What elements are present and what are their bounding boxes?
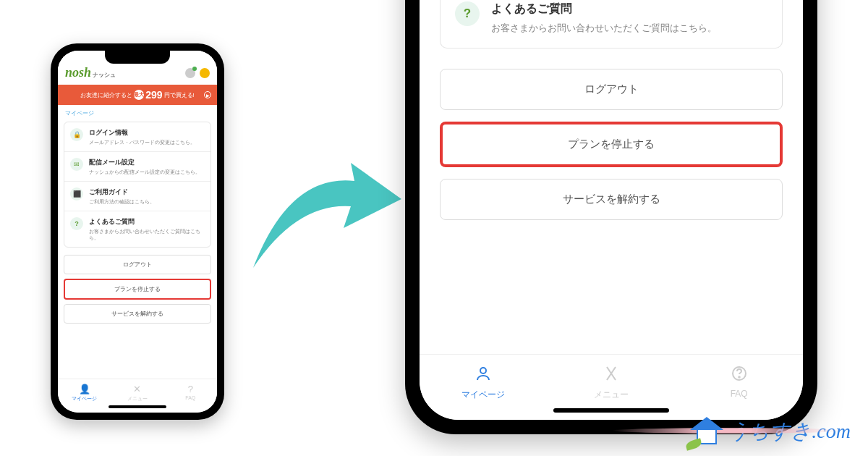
row-user-guide[interactable]: ⬛ ご利用ガイド ご利用方法の確認はこちら。 xyxy=(64,182,210,211)
brand-logo-text: nosh xyxy=(65,65,91,80)
tab-label: マイページ xyxy=(461,389,505,400)
action-buttons: ログアウト プランを停止する サービスを解約する xyxy=(58,255,217,328)
scroll-area: ご利用ガイド ご利用方法の確認はこちら。 ? よくあるご質問 お客さまからお問い… xyxy=(420,0,803,354)
tab-label: メニュー xyxy=(127,396,148,401)
house-icon xyxy=(690,417,723,446)
promo-banner[interactable]: お友達に紹介すると 最大 299 円で買える! ▶ xyxy=(58,85,217,105)
stop-plan-button[interactable]: プランを停止する xyxy=(440,122,783,167)
play-icon: ▶ xyxy=(204,91,211,98)
phone-mock-large: ご利用ガイド ご利用方法の確認はこちら。 ? よくあるご質問 お客さまからお問い… xyxy=(405,0,817,434)
stop-plan-button[interactable]: プランを停止する xyxy=(64,279,211,300)
tab-faq[interactable]: FAQ xyxy=(675,365,803,401)
row-desc: メールアドレス・パスワードの変更はこちら。 xyxy=(89,139,195,145)
promo-prefix: お友達に紹介すると xyxy=(80,91,132,99)
help-icon: ? xyxy=(164,384,217,394)
tab-label: FAQ xyxy=(185,395,195,400)
home-indicator xyxy=(109,405,166,408)
home-indicator xyxy=(553,408,669,413)
tab-faq[interactable]: ? FAQ xyxy=(164,384,217,402)
question-icon: ? xyxy=(70,217,83,230)
person-icon: 👤 xyxy=(58,384,111,394)
svg-point-2 xyxy=(739,376,740,378)
row-desc: お客さまからお問い合わせいただくご質問はこちら。 xyxy=(89,228,205,241)
row-title: ログイン情報 xyxy=(89,128,195,138)
promo-disc-badge: 最大 xyxy=(134,90,144,100)
row-desc: ナッシュからの配信メール設定の変更はこちら。 xyxy=(89,169,200,175)
help-icon xyxy=(675,365,803,387)
tab-menu[interactable]: ✕ メニュー xyxy=(111,384,163,402)
row-title: よくあるご質問 xyxy=(491,1,717,17)
svg-point-0 xyxy=(480,368,486,373)
watermark-logo: うちすき.com xyxy=(690,417,851,446)
row-faq[interactable]: ? よくあるご質問 お客さまからお問い合わせいただくご質問はこちら。 xyxy=(64,211,210,247)
row-mail-settings[interactable]: ✉ 配信メール設定 ナッシュからの配信メール設定の変更はこちら。 xyxy=(64,152,210,182)
row-title: よくあるご質問 xyxy=(89,217,205,227)
lock-icon: 🔒 xyxy=(70,128,83,141)
settings-card: 🔒 ログイン情報 メールアドレス・パスワードの変更はこちら。 ✉ 配信メール設定… xyxy=(64,122,211,248)
row-faq[interactable]: ? よくあるご質問 お客さまからお問い合わせいただくご質問はこちら。 xyxy=(441,0,782,48)
tab-mypage[interactable]: 👤 マイページ xyxy=(58,384,111,402)
promo-price: 299 xyxy=(145,89,162,101)
row-title: ご利用ガイド xyxy=(89,187,155,197)
brand-logo-jp: ナッシュ xyxy=(93,72,116,78)
question-icon: ? xyxy=(455,1,480,26)
notification-icon[interactable] xyxy=(185,68,195,78)
cancel-service-button[interactable]: サービスを解約する xyxy=(440,179,783,220)
logout-button[interactable]: ログアウト xyxy=(64,255,211,274)
brand-logo: noshナッシュ xyxy=(65,65,116,80)
row-desc: ご利用方法の確認はこちら。 xyxy=(89,198,155,205)
person-icon xyxy=(420,365,548,387)
utensils-icon xyxy=(548,365,676,387)
swoosh-decoration xyxy=(612,420,843,442)
row-desc: お客さまからお問い合わせいただくご質問はこちら。 xyxy=(491,21,717,35)
tab-label: FAQ xyxy=(731,389,748,399)
breadcrumb: マイページ xyxy=(58,105,217,122)
tab-menu[interactable]: メニュー xyxy=(548,365,676,401)
tab-mypage[interactable]: マイページ xyxy=(420,365,548,401)
phone-mock-small: noshナッシュ お友達に紹介すると 最大 299 円で買える! ▶ マイページ… xyxy=(51,43,224,420)
screen-small: noshナッシュ お友達に紹介すると 最大 299 円で買える! ▶ マイページ… xyxy=(58,51,217,413)
mail-icon: ✉ xyxy=(70,158,83,171)
action-buttons: ログアウト プランを停止する サービスを解約する xyxy=(440,69,783,220)
cancel-service-button[interactable]: サービスを解約する xyxy=(64,304,211,324)
row-title: 配信メール設定 xyxy=(89,158,200,167)
promo-suffix: 円で買える! xyxy=(164,91,195,99)
tab-label: マイページ xyxy=(72,396,97,401)
logout-button[interactable]: ログアウト xyxy=(440,69,783,110)
guide-icon: ⬛ xyxy=(70,187,83,200)
arrow-icon xyxy=(246,130,405,275)
tab-label: メニュー xyxy=(594,389,629,400)
settings-card: ご利用ガイド ご利用方法の確認はこちら。 ? よくあるご質問 お客さまからお問い… xyxy=(440,0,783,48)
utensils-icon: ✕ xyxy=(111,384,163,394)
notch xyxy=(105,51,170,64)
screen-large: ご利用ガイド ご利用方法の確認はこちら。 ? よくあるご質問 お客さまからお問い… xyxy=(420,0,803,420)
row-login-info[interactable]: 🔒 ログイン情報 メールアドレス・パスワードの変更はこちら。 xyxy=(64,122,210,152)
coin-icon[interactable] xyxy=(200,68,210,78)
